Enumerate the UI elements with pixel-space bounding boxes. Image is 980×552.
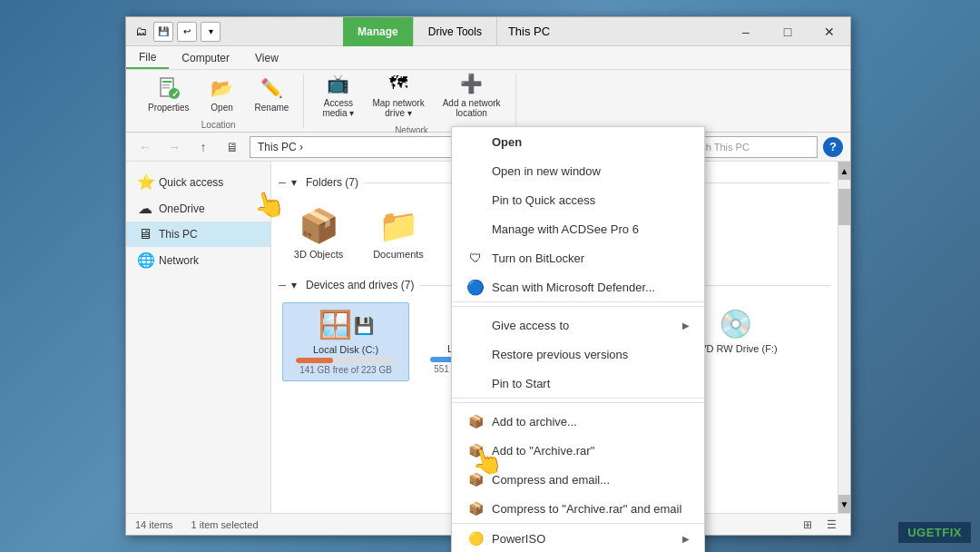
list-item[interactable]: 📦 3D Objects <box>282 200 355 268</box>
ctx-restore-label: Restore previous versions <box>492 348 690 361</box>
forward-btn[interactable]: → <box>162 135 186 159</box>
ctx-compress-rar-email[interactable]: 📦 Compress to "Archive.rar" and email <box>452 494 704 524</box>
ctx-bitlocker-label: Turn on BitLocker <box>492 251 690 265</box>
ctx-open-new-icon <box>466 162 485 180</box>
ctx-acdsee[interactable]: Manage with ACDSee Pro 6 <box>452 214 704 243</box>
window-controls: – □ ✕ <box>725 17 850 46</box>
ctx-acdsee-icon <box>466 220 485 238</box>
drive-c-info: 141 GB free of 223 GB <box>299 365 392 375</box>
ribbon-tab-file[interactable]: File <box>126 46 169 69</box>
scroll-down-btn[interactable]: ▼ <box>838 495 850 513</box>
back-btn[interactable]: ← <box>133 135 157 159</box>
ribbon-tab-computer[interactable]: Computer <box>169 46 242 69</box>
close-btn[interactable]: ✕ <box>808 17 850 46</box>
access-media-btn[interactable]: 📺 Accessmedia ▾ <box>315 67 361 122</box>
ribbon: File Computer View ✓ Properties <box>126 46 850 133</box>
ctx-compress-email-icon: 📦 <box>466 470 485 488</box>
list-item[interactable]: 🪟 💾 Local Disk (C:) 141 GB free of 223 G… <box>282 302 409 381</box>
add-network-btn[interactable]: ➕ Add a networklocation <box>436 67 508 122</box>
scrollbar[interactable]: ▲ ▼ <box>838 162 850 513</box>
folder-icon: 🖥 <box>220 135 244 159</box>
access-media-label: Accessmedia ▾ <box>322 98 354 118</box>
context-menu: Open Open in new window Pin to Quick acc… <box>451 126 705 552</box>
minimize-btn[interactable]: – <box>725 17 767 46</box>
ctx-compress-email[interactable]: 📦 Compress and email... <box>452 465 704 494</box>
sidebar-label-quickaccess: Quick access <box>159 176 223 189</box>
ctx-give-access-label: Give access to <box>492 319 675 332</box>
large-icons-view-btn[interactable]: ⊞ <box>798 515 818 535</box>
ctx-open[interactable]: Open <box>452 127 704 156</box>
ctx-sep-1 <box>452 306 704 307</box>
folder-3d-icon: 📦 <box>299 207 339 245</box>
ctx-bitlocker[interactable]: 🛡 Turn on BitLocker <box>452 243 704 272</box>
ribbon-buttons-location: ✓ Properties 📂 Open ✏️ Rename <box>141 72 296 116</box>
properties-label: Properties <box>148 103 190 113</box>
sidebar-label-network: Network <box>159 254 199 267</box>
properties-btn[interactable]: ✓ Properties <box>141 72 197 116</box>
quickaccess-icon: ⭐ <box>137 173 153 191</box>
tab-drive-tools[interactable]: Drive Tools <box>414 17 497 46</box>
ctx-open-label: Open <box>492 135 690 149</box>
scroll-track <box>838 180 850 495</box>
sidebar-item-onedrive[interactable]: ☁ OneDrive <box>126 195 270 222</box>
explorer-icon: 🗂 <box>132 23 150 41</box>
sidebar-item-network[interactable]: 🌐 Network <box>126 247 270 273</box>
map-network-label: Map networkdrive ▾ <box>372 98 424 118</box>
customize-btn[interactable]: ▾ <box>201 22 220 42</box>
watermark-highlight: FIX <box>942 526 962 539</box>
ribbon-group-network: 📺 Accessmedia ▾ 🗺 Map networkdrive ▾ ➕ A… <box>308 74 515 128</box>
scroll-up-btn[interactable]: ▲ <box>838 162 850 180</box>
up-btn[interactable]: ↑ <box>191 135 215 159</box>
maximize-btn[interactable]: □ <box>767 17 808 46</box>
ctx-poweriso-icon: 🟡 <box>466 529 485 547</box>
ctx-give-access[interactable]: Give access to ▶ <box>452 310 704 340</box>
ctx-sep-2 <box>452 402 704 403</box>
address-text: This PC › <box>258 141 303 153</box>
ctx-give-access-arrow: ▶ <box>682 320 690 330</box>
folder-3d-name: 3D Objects <box>294 249 343 261</box>
map-network-btn[interactable]: 🗺 Map networkdrive ▾ <box>365 67 431 122</box>
scroll-thumb[interactable] <box>838 189 850 225</box>
drive-c-icon: 🪟 💾 <box>318 309 374 340</box>
ctx-restore[interactable]: Restore previous versions <box>452 340 704 369</box>
undo-btn[interactable]: ↩ <box>177 22 197 42</box>
ctx-compress-rar-email-icon: 📦 <box>466 499 485 518</box>
help-btn[interactable]: ? <box>823 137 843 157</box>
sidebar-item-thispc[interactable]: 🖥 This PC 👆 <box>126 222 270 247</box>
ctx-add-archive[interactable]: 📦 Add to archive... <box>452 407 704 436</box>
drive-c-bar-fill <box>296 358 333 363</box>
add-network-icon: ➕ <box>457 71 486 96</box>
ribbon-content: ✓ Properties 📂 Open ✏️ Rename Location <box>126 70 850 132</box>
ctx-pin-start-label: Pin to Start <box>492 377 690 390</box>
titlebar-left: 🗂 💾 ↩ ▾ <box>126 22 343 42</box>
quick-save-btn[interactable]: 💾 <box>153 22 173 42</box>
properties-icon: ✓ <box>154 75 183 101</box>
svg-rect-3 <box>162 87 170 89</box>
ctx-pin-quick-icon <box>466 191 485 209</box>
details-view-btn[interactable]: ☰ <box>821 515 841 535</box>
folders-section-label: Folders (7) <box>306 176 358 189</box>
file-explorer-window: 🗂 💾 ↩ ▾ Manage Drive Tools This PC – □ ✕… <box>125 16 851 536</box>
sidebar-label-thispc: This PC <box>159 228 198 241</box>
ctx-pin-start[interactable]: Pin to Start <box>452 369 704 399</box>
ribbon-tab-view[interactable]: View <box>242 46 291 69</box>
ctx-defender[interactable]: 🔵 Scan with Microsoft Defender... <box>452 272 704 302</box>
folder-docs-icon: 📁 <box>378 207 419 245</box>
titlebar: 🗂 💾 ↩ ▾ Manage Drive Tools This PC – □ ✕ <box>126 17 850 46</box>
ctx-open-new-window[interactable]: Open in new window <box>452 156 704 185</box>
open-btn[interactable]: 📂 Open <box>201 72 244 116</box>
sidebar-item-quickaccess[interactable]: ⭐ Quick access <box>126 169 270 195</box>
list-item[interactable]: 📁 Documents <box>362 200 435 268</box>
tab-manage[interactable]: Manage <box>343 17 414 46</box>
drive-c-bar-bg <box>296 358 396 363</box>
access-media-icon: 📺 <box>324 71 353 96</box>
rename-btn[interactable]: ✏️ Rename <box>248 72 297 116</box>
ctx-add-rar[interactable]: 📦 Add to "Archive.rar" <box>452 436 704 465</box>
watermark: UGETFIX <box>898 522 971 543</box>
svg-rect-1 <box>162 81 172 83</box>
ctx-poweriso[interactable]: 🟡 PowerISO ▶ <box>452 524 704 552</box>
ctx-restore-icon <box>466 345 485 363</box>
ctx-pin-quick[interactable]: Pin to Quick access <box>452 185 704 214</box>
location-group-label: Location <box>201 120 236 130</box>
add-network-label: Add a networklocation <box>443 98 501 118</box>
